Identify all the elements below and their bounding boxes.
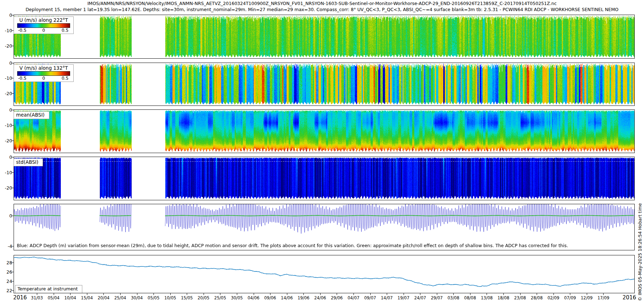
y-tick-label: -10	[0, 75, 12, 81]
x-tick-label: 09/06	[264, 295, 276, 300]
figure-title: IMOS/ANMN/NRS/NRSYON/Velocity/IMOS_ANMN-…	[0, 1, 644, 6]
colorbar	[17, 71, 70, 76]
heatmap-canvas-mean-absi	[14, 110, 634, 153]
y-tick-label: 0	[0, 107, 12, 113]
imos-watermark: © IMOS 05-May-2025 18:26:54 Hobart time	[637, 203, 643, 301]
x-axis-year-left: 2016	[13, 294, 27, 301]
y-tick-label: 0	[0, 213, 12, 219]
x-tick-label: 28/08	[531, 295, 543, 300]
panel-depth-variation: Blue: ADCP Depth (m) variation from sens…	[14, 204, 635, 250]
x-tick-label: 08/08	[464, 295, 476, 300]
panel-temperature: Temperature at instrument	[14, 255, 635, 293]
x-tick-label: 19/06	[298, 295, 309, 300]
y-tick-label: 0	[0, 13, 12, 18]
x-tick-label: 02/09	[547, 295, 559, 300]
colorbar-tick: 0	[42, 76, 45, 81]
colorbar-tick: 0.5	[62, 76, 68, 81]
colorbar-tick: -0.5	[18, 28, 26, 33]
y-tick-label: -10	[0, 170, 12, 175]
x-tick-label: 10/04	[64, 295, 76, 300]
x-tick-label: 12/09	[581, 295, 592, 300]
x-tick-label: 29/07	[431, 295, 443, 300]
heatmap-canvas-u	[14, 15, 634, 58]
x-tick-label: 07/09	[564, 295, 576, 300]
colorbar-legend-v: V (m/s) along 132°T -0.5 0 0.5	[14, 64, 74, 82]
y-tick-label: 26	[0, 269, 12, 274]
x-tick-label: 18/08	[497, 295, 509, 300]
x-tick-label: 14/07	[381, 295, 393, 300]
y-tick-label: -20	[0, 43, 12, 49]
figure-root: IMOS/ANMN/NRS/NRSYON/Velocity/IMOS_ANMN-…	[0, 0, 644, 304]
x-tick-label: 25/04	[114, 295, 126, 300]
colorbar-legend-u: U (m/s) along 222°T -0.5 0 0.5	[14, 16, 74, 34]
y-tick-label: 0	[0, 155, 12, 160]
heatmap-canvas-v	[14, 63, 634, 106]
x-tick-label: 04/06	[248, 295, 259, 300]
panel-std-absi: std(ABSI)	[14, 157, 635, 200]
x-axis: 2016 2016 31/0305/0410/0415/0420/0425/04…	[0, 294, 644, 303]
colorbar	[17, 23, 70, 28]
x-tick-label: 23/08	[514, 295, 526, 300]
x-tick-label: 20/04	[98, 295, 109, 300]
y-tick-label: 22	[0, 288, 12, 293]
heatmap-canvas-std-absi	[14, 157, 634, 200]
y-tick-label: -20	[0, 90, 12, 96]
line-canvas-temperature	[14, 255, 634, 293]
x-tick-label: 31/03	[31, 295, 43, 300]
x-tick-label: 05/04	[48, 295, 59, 300]
x-tick-label: 30/05	[231, 295, 243, 300]
x-tick-label: 15/05	[181, 295, 193, 300]
legend-title: V (m/s) along 132°T	[14, 65, 73, 71]
x-tick-label: 30/04	[131, 295, 143, 300]
panel-mean-absi: mean(ABSI)	[14, 109, 635, 153]
colorbar-tick: -0.5	[18, 76, 26, 81]
x-axis-year-right: 2016	[623, 294, 636, 301]
x-tick-label: 09/07	[364, 295, 376, 300]
y-tick-label: -20	[0, 185, 12, 190]
x-tick-label: 14/06	[281, 295, 293, 300]
x-tick-label: 29/06	[331, 295, 343, 300]
y-tick-label: 28	[0, 260, 12, 265]
y-tick-label: -20	[0, 138, 12, 143]
y-tick-label: -4	[0, 244, 12, 249]
y-tick-label: -10	[0, 122, 12, 128]
panel-v-velocity: V (m/s) along 132°T -0.5 0 0.5	[14, 63, 635, 106]
colorbar-tick: 0.5	[62, 28, 68, 33]
x-tick-label: 13/08	[481, 295, 493, 300]
x-tick-label: 17/09	[597, 295, 609, 300]
x-tick-label: 10/05	[164, 295, 176, 300]
x-tick-label: 15/04	[81, 295, 93, 300]
x-tick-label: 24/06	[314, 295, 326, 300]
x-tick-label: 04/07	[347, 295, 359, 300]
panel-label-std-absi: std(ABSI)	[14, 158, 43, 166]
x-tick-label: 24/07	[414, 295, 426, 300]
x-tick-label: 25/05	[214, 295, 226, 300]
y-tick-label: 24	[0, 279, 12, 284]
legend-title: U (m/s) along 222°T	[14, 17, 73, 23]
x-tick-label: 19/07	[397, 295, 409, 300]
colorbar-tick-labels: -0.5 0 0.5	[14, 28, 73, 34]
panel-u-velocity: U (m/s) along 222°T -0.5 0 0.5	[14, 15, 635, 59]
temperature-label: Temperature at instrument	[15, 285, 82, 293]
depth-variation-annotation: Blue: ADCP Depth (m) variation from sens…	[17, 243, 568, 248]
panel-label-mean-absi: mean(ABSI)	[14, 111, 49, 119]
x-tick-label: 05/05	[148, 295, 160, 300]
colorbar-tick-labels: -0.5 0 0.5	[14, 76, 73, 82]
y-tick-label: 0	[0, 60, 12, 66]
figure-subtitle: Deployment 15, member 1 lat=19.3S lon=14…	[0, 7, 644, 12]
x-tick-label: 20/05	[197, 295, 209, 300]
colorbar-tick: 0	[42, 28, 45, 33]
y-tick-label: -10	[0, 28, 12, 33]
x-tick-label: 03/08	[448, 295, 459, 300]
